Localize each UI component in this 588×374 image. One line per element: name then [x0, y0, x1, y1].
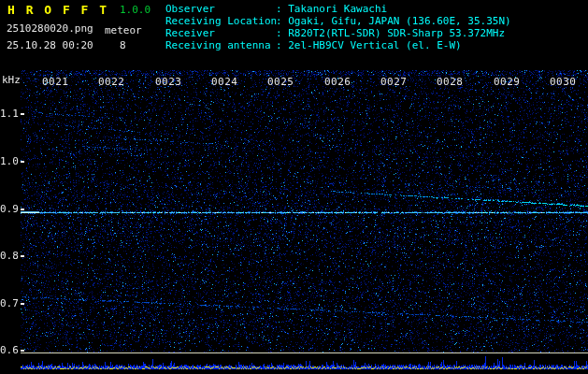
freq-tick-label: 1.1 — [0, 108, 18, 120]
freq-tick-label: 0.8 — [0, 250, 18, 262]
time-tick-label: 0024 — [211, 76, 238, 88]
time-tick-label: 0028 — [437, 76, 464, 88]
datetime-label: 25.10.28 00:20 — [7, 39, 93, 51]
freq-tick-label: 0.7 — [0, 297, 18, 309]
time-tick-label: 0026 — [324, 76, 351, 88]
spectrogram-canvas — [0, 0, 588, 374]
info-value: : 2el-HB9CV Vertical (el. E-W) — [276, 39, 462, 51]
info-label: Receiving Location — [165, 15, 276, 27]
observer-info: Observer: Takanori Kawachi Receiving Loc… — [165, 3, 511, 51]
freq-tick-label: 1.0 — [0, 155, 18, 167]
hrofft-screen: H R O F F T 1.0.0 2510280020.png meteor … — [0, 0, 588, 374]
freq-unit-label: kHz — [2, 74, 21, 86]
mode-label: meteor — [105, 24, 142, 36]
time-tick-label: 0022 — [98, 76, 125, 88]
info-row-receiver: Receiver: R820T2(RTL-SDR) SDR-Sharp 53.3… — [165, 27, 511, 39]
info-value: : Ogaki, Gifu, JAPAN (136.60E, 35.35N) — [276, 15, 511, 27]
time-tick-label: 0030 — [550, 76, 577, 88]
time-tick-label: 0029 — [494, 76, 521, 88]
info-value: : R820T2(RTL-SDR) SDR-Sharp 53.372MHz — [276, 27, 505, 39]
app-version: 1.0.0 — [120, 4, 151, 16]
info-row-antenna: Receiving antenna: 2el-HB9CV Vertical (e… — [165, 39, 511, 51]
app-title: H R O F F T — [7, 3, 108, 17]
time-tick-label: 0021 — [42, 76, 69, 88]
freq-tick-label: 0.6 — [0, 344, 18, 356]
time-tick-label: 0027 — [380, 76, 408, 88]
time-tick-label: 0025 — [267, 76, 294, 88]
info-row-observer: Observer: Takanori Kawachi — [165, 3, 511, 15]
echo-count: 8 — [120, 39, 126, 51]
info-row-location: Receiving Location: Ogaki, Gifu, JAPAN (… — [165, 15, 511, 27]
info-value: : Takanori Kawachi — [276, 3, 387, 15]
info-label: Observer — [165, 3, 276, 15]
time-tick-label: 0023 — [155, 76, 182, 88]
freq-tick-label: 0.9 — [0, 203, 18, 215]
info-label: Receiver — [165, 27, 276, 39]
output-filename: 2510280020.png — [7, 22, 93, 35]
info-label: Receiving antenna — [165, 39, 276, 51]
